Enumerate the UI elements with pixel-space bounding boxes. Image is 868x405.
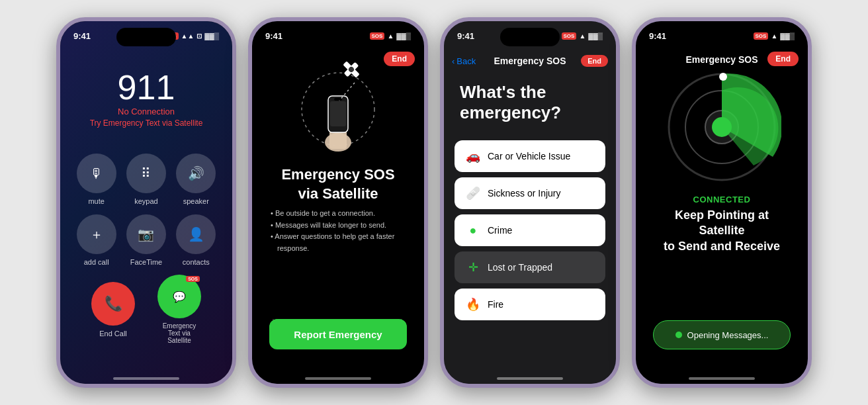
signal-icon-1: ▲▲ bbox=[181, 32, 195, 40]
facetime-icon: 📷 bbox=[126, 214, 166, 254]
end-call-label: End Call bbox=[99, 330, 127, 338]
option-fire[interactable]: 🔥 Fire bbox=[455, 289, 605, 320]
phone2-bullets: • Be outside to get a connection. • Mess… bbox=[271, 208, 406, 254]
option-fire-label: Fire bbox=[488, 299, 503, 310]
emergency-sos-button[interactable]: 💬 SOS EmergencyText viaSatellite bbox=[157, 275, 201, 344]
emergency-question: What's theemergency? bbox=[460, 82, 600, 123]
bullet-2: • Messages will take longer to send. bbox=[271, 220, 406, 232]
phone2-title: Emergency SOS via Satellite bbox=[252, 165, 424, 203]
option-sickness[interactable]: 🩹 Sickness or Injury bbox=[455, 177, 605, 209]
sos-badge-4: SOS bbox=[754, 32, 769, 40]
facetime-button[interactable]: 📷 FaceTime bbox=[126, 214, 166, 266]
svg-point-13 bbox=[712, 117, 732, 137]
crime-icon: ● bbox=[465, 224, 481, 238]
time-4: 9:41 bbox=[649, 31, 666, 41]
contacts-icon: 👤 bbox=[176, 214, 216, 254]
phones-container: 9:41 SOS ▲▲ ⊡ ▓▓▒ 911 No Connection Try … bbox=[43, 4, 825, 401]
lost-icon: ✛ bbox=[465, 260, 481, 275]
end-call-button[interactable]: 📞 End Call bbox=[91, 282, 135, 338]
end-call-icon: 📞 bbox=[91, 282, 135, 326]
dynamic-island-4 bbox=[692, 28, 752, 46]
add-call-icon: ＋ bbox=[77, 214, 116, 254]
phone4-instruction: Keep Pointing at Satelliteto Send and Re… bbox=[652, 208, 792, 254]
phone3-screen: 9:41 SOS ▲ ▓▓▒ ‹ Back Emergency SOS End … bbox=[444, 21, 616, 384]
phone2-screen: 9:41 SOS ▲ ▓▓▒ End bbox=[252, 21, 424, 384]
time-2: 9:41 bbox=[265, 31, 282, 41]
battery-icon-1: ▓▓▒ bbox=[204, 32, 219, 40]
mute-button[interactable]: 🎙 mute bbox=[76, 154, 116, 205]
sos-badge-3: SOS bbox=[562, 32, 577, 40]
phone1-screen: 9:41 SOS ▲▲ ⊡ ▓▓▒ 911 No Connection Try … bbox=[60, 21, 232, 384]
option-car-label: Car or Vehicle Issue bbox=[488, 151, 570, 161]
battery-icon-2: ▓▓▒ bbox=[396, 32, 411, 40]
speaker-label: speaker bbox=[183, 197, 209, 205]
home-indicator-1 bbox=[113, 377, 179, 380]
wifi-icon-1: ⊡ bbox=[196, 32, 202, 40]
facetime-label: FaceTime bbox=[130, 258, 163, 266]
end-button-3[interactable]: End bbox=[581, 55, 608, 67]
speaker-button[interactable]: 🔊 speaker bbox=[176, 154, 216, 205]
home-indicator-3 bbox=[497, 377, 563, 380]
chevron-left-icon: ‹ bbox=[452, 56, 455, 66]
option-sickness-label: Sickness or Injury bbox=[488, 188, 560, 199]
dynamic-island-1 bbox=[116, 28, 176, 46]
connected-label: CONNECTED bbox=[636, 195, 808, 204]
report-emergency-button[interactable]: Report Emergency bbox=[269, 319, 407, 349]
keypad-button[interactable]: ⠿ keypad bbox=[126, 154, 166, 205]
opening-messages-button[interactable]: Opening Messages... bbox=[653, 320, 791, 349]
battery-icon-3: ▓▓▒ bbox=[588, 32, 603, 40]
signal-icon-2: ▲ bbox=[387, 32, 394, 40]
add-call-label: add call bbox=[84, 258, 109, 266]
phone3-nav: ‹ Back Emergency SOS End bbox=[444, 50, 616, 71]
speaker-icon: 🔊 bbox=[176, 154, 216, 193]
contacts-button[interactable]: 👤 contacts bbox=[176, 214, 216, 266]
svg-point-14 bbox=[719, 73, 727, 81]
message-dot-icon bbox=[675, 332, 682, 338]
status-icons-4: SOS ▲ ▓▓▒ bbox=[754, 32, 795, 40]
satellite-svg bbox=[292, 60, 384, 159]
keypad-icon: ⠿ bbox=[126, 154, 166, 193]
signal-icon-3: ▲ bbox=[579, 32, 586, 40]
end-button-4[interactable]: End bbox=[767, 52, 799, 66]
phone-1: 9:41 SOS ▲▲ ⊡ ▓▓▒ 911 No Connection Try … bbox=[56, 17, 236, 388]
mute-label: mute bbox=[88, 197, 104, 205]
status-icons-3: SOS ▲ ▓▓▒ bbox=[562, 32, 603, 40]
sos-mini-badge: SOS bbox=[186, 276, 200, 282]
controls-grid: 🎙 mute ⠿ keypad 🔊 speaker ＋ add call bbox=[76, 154, 216, 266]
signal-icon-4: ▲ bbox=[771, 32, 777, 40]
sos-circle: 💬 SOS bbox=[157, 275, 201, 318]
phone1-action-btns: 📞 End Call 💬 SOS EmergencyText viaSatell… bbox=[60, 275, 232, 344]
add-call-button[interactable]: ＋ add call bbox=[76, 214, 116, 266]
phone-4: 9:41 SOS ▲ ▓▓▒ End Emergency SOS bbox=[632, 17, 812, 388]
phone-3: 9:41 SOS ▲ ▓▓▒ ‹ Back Emergency SOS End … bbox=[440, 17, 620, 388]
sos-text: EmergencyText viaSatellite bbox=[163, 322, 196, 344]
opening-messages-label: Opening Messages... bbox=[687, 330, 769, 340]
back-button[interactable]: ‹ Back bbox=[452, 56, 476, 66]
time-3: 9:41 bbox=[457, 31, 474, 41]
car-icon: 🚗 bbox=[465, 149, 481, 163]
svg-rect-8 bbox=[334, 98, 342, 101]
home-indicator-2 bbox=[305, 377, 371, 380]
radar-svg bbox=[662, 68, 781, 187]
emergency-options: 🚗 Car or Vehicle Issue 🩹 Sickness or Inj… bbox=[455, 140, 605, 320]
option-lost[interactable]: ✛ Lost or Trapped bbox=[455, 251, 605, 283]
sos-badge-2: SOS bbox=[370, 32, 385, 40]
keypad-label: keypad bbox=[134, 197, 157, 205]
option-car[interactable]: 🚗 Car or Vehicle Issue bbox=[455, 140, 605, 172]
status-icons-2: SOS ▲ ▓▓▒ bbox=[370, 32, 411, 40]
satellite-radar bbox=[662, 68, 781, 187]
phone1-number: 911 bbox=[60, 68, 232, 107]
dynamic-island-2 bbox=[308, 28, 368, 46]
bullet-1: • Be outside to get a connection. bbox=[271, 208, 406, 220]
phone1-no-connection: No Connection Try Emergency Text via Sat… bbox=[60, 106, 232, 129]
mute-icon: 🎙 bbox=[77, 154, 116, 193]
nav-title-3: Emergency SOS bbox=[494, 56, 566, 66]
time-1: 9:41 bbox=[73, 31, 91, 41]
end-button-2[interactable]: End bbox=[384, 52, 415, 66]
battery-icon-4: ▓▓▒ bbox=[780, 32, 795, 40]
option-crime[interactable]: ● Crime bbox=[455, 214, 605, 246]
option-crime-label: Crime bbox=[488, 225, 512, 236]
phone-2: 9:41 SOS ▲ ▓▓▒ End bbox=[248, 17, 428, 388]
home-indicator-4 bbox=[689, 377, 755, 380]
phone1-controls: 🎙 mute ⠿ keypad 🔊 speaker ＋ add call bbox=[60, 154, 232, 266]
